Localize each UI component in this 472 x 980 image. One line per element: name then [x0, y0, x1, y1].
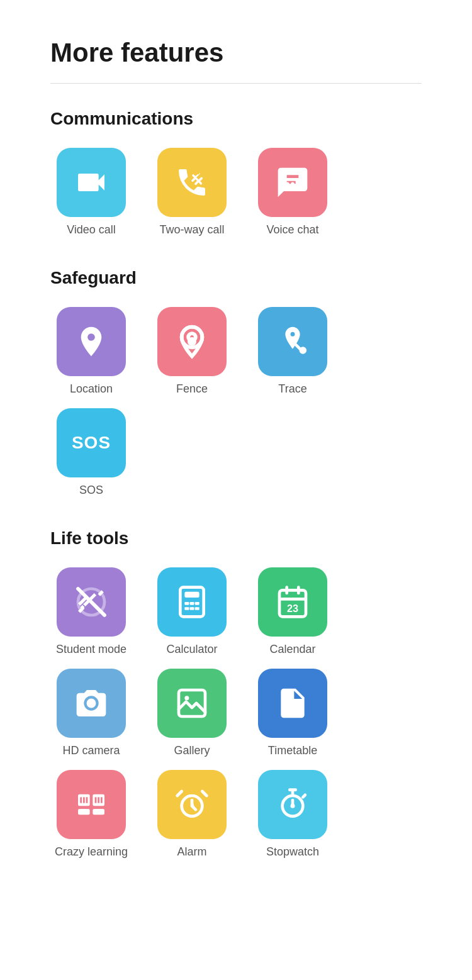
svg-rect-9 — [184, 592, 199, 598]
section-title-communications: Communications — [50, 109, 422, 129]
svg-rect-15 — [195, 607, 199, 610]
icon-label-sos: SOS — [79, 484, 103, 497]
icon-label-location: Location — [70, 382, 113, 396]
icon-label-stopwatch: Stopwatch — [266, 845, 319, 859]
icon-item-timetable[interactable]: Timetable — [252, 669, 334, 757]
svg-text:23: 23 — [287, 603, 298, 614]
icon-box-hd-camera — [57, 669, 126, 738]
icon-box-sos: SOS — [57, 408, 126, 477]
icon-grid-life-tools: Student modeCalculator23CalendarHD camer… — [50, 567, 422, 859]
icon-label-voice-chat: Voice chat — [266, 223, 318, 237]
icon-item-sos[interactable]: SOSSOS — [50, 408, 132, 497]
section-communications: CommunicationsVideo callTwo-way callVoic… — [50, 109, 422, 237]
icon-item-voice-chat[interactable]: Voice chat — [252, 148, 334, 237]
svg-rect-28 — [93, 809, 104, 815]
svg-rect-27 — [78, 809, 90, 815]
icon-item-alarm[interactable]: Alarm — [151, 770, 233, 859]
icon-box-video-call — [57, 148, 126, 217]
icon-item-location[interactable]: Location — [50, 307, 132, 396]
icon-label-gallery: Gallery — [174, 744, 210, 757]
icon-item-trace[interactable]: Trace — [252, 307, 334, 396]
icon-item-calculator[interactable]: Calculator — [151, 567, 233, 656]
icon-label-alarm: Alarm — [177, 845, 206, 859]
section-title-safeguard: Safeguard — [50, 268, 422, 288]
icon-label-trace: Trace — [278, 382, 306, 396]
icon-item-video-call[interactable]: Video call — [50, 148, 132, 237]
icon-label-student-mode: Student mode — [56, 643, 126, 656]
icon-item-hd-camera[interactable]: HD camera — [50, 669, 132, 757]
icon-box-crazy-learning — [57, 770, 126, 839]
icon-label-crazy-learning: Crazy learning — [55, 845, 128, 859]
icon-label-calculator: Calculator — [166, 643, 217, 656]
icon-box-fence — [157, 307, 227, 376]
icon-item-two-way-call[interactable]: Two-way call — [151, 148, 233, 237]
icon-box-calendar: 23 — [258, 567, 327, 637]
icon-box-trace — [258, 307, 327, 376]
icon-box-calculator — [157, 567, 227, 637]
svg-rect-11 — [190, 602, 194, 605]
divider — [50, 83, 422, 84]
icon-box-stopwatch — [258, 770, 327, 839]
icon-grid-safeguard: LocationFenceTraceSOSSOS — [50, 307, 422, 497]
icon-box-gallery — [157, 669, 227, 738]
icon-grid-communications: Video callTwo-way callVoice chat — [50, 148, 422, 237]
svg-point-2 — [296, 182, 300, 186]
icon-box-timetable — [258, 669, 327, 738]
icon-box-student-mode — [57, 567, 126, 637]
icon-item-fence[interactable]: Fence — [151, 307, 233, 396]
section-title-life-tools: Life tools — [50, 528, 422, 548]
svg-rect-10 — [184, 602, 189, 605]
icon-item-calendar[interactable]: 23Calendar — [252, 567, 334, 656]
svg-point-0 — [286, 182, 289, 186]
icon-box-voice-chat — [258, 148, 327, 217]
section-life-tools: Life toolsStudent modeCalculator23Calend… — [50, 528, 422, 859]
icon-box-location — [57, 307, 126, 376]
icon-item-student-mode[interactable]: Student mode — [50, 567, 132, 656]
icon-label-fence: Fence — [176, 382, 208, 396]
svg-point-37 — [291, 804, 295, 808]
section-safeguard: SafeguardLocationFenceTraceSOSSOS — [50, 268, 422, 497]
svg-line-6 — [296, 345, 300, 349]
icon-label-two-way-call: Two-way call — [159, 223, 224, 237]
svg-point-1 — [291, 182, 295, 186]
icon-label-timetable: Timetable — [268, 744, 317, 757]
icon-label-calendar: Calendar — [269, 643, 315, 656]
svg-rect-13 — [184, 607, 189, 610]
icon-item-crazy-learning[interactable]: Crazy learning — [50, 770, 132, 859]
sections-container: CommunicationsVideo callTwo-way callVoic… — [50, 109, 422, 859]
svg-point-22 — [184, 696, 189, 700]
page-title: More features — [50, 38, 422, 68]
icon-label-video-call: Video call — [67, 223, 116, 237]
icon-label-hd-camera: HD camera — [62, 744, 120, 757]
svg-rect-12 — [195, 602, 199, 605]
icon-item-stopwatch[interactable]: Stopwatch — [252, 770, 334, 859]
svg-rect-14 — [190, 607, 194, 610]
icon-item-gallery[interactable]: Gallery — [151, 669, 233, 757]
icon-box-two-way-call — [157, 148, 227, 217]
icon-box-alarm — [157, 770, 227, 839]
